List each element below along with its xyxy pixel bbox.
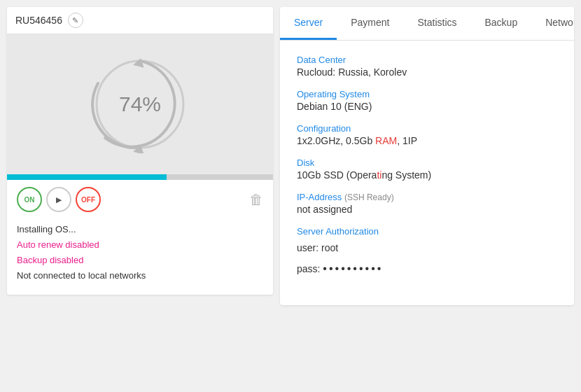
status-backup: Backup disabled (17, 253, 263, 268)
panel-header: RU546456 ✎ (7, 7, 273, 34)
spinner: 74% (91, 55, 189, 153)
ip-label-text: IP-Address (297, 192, 342, 202)
auth-pass-key: pass: (297, 263, 323, 274)
edit-icon[interactable]: ✎ (68, 13, 83, 28)
progress-bar-fill (7, 174, 167, 180)
tab-server[interactable]: Server (280, 7, 337, 40)
config-value: 1x2.0GHz, 0.5Gb RAM, 1IP (297, 135, 557, 146)
config-value-prefix: 1x2.0GHz, 0.5Gb (297, 135, 375, 146)
controls-row: ON ▶ OFF 🗑 (7, 180, 273, 219)
disk-value-prefix: 10Gb SSD (Opera (297, 169, 377, 181)
auth-pass-row: pass: •••••••••• (297, 258, 557, 280)
auth-user-key: user: (297, 242, 321, 253)
control-buttons: ON ▶ OFF (17, 187, 101, 212)
play-button[interactable]: ▶ (46, 187, 71, 212)
auth-pass-val: •••••••••• (323, 262, 383, 274)
disk-label: Disk (297, 158, 557, 168)
disk-value-suffix: ng System) (382, 169, 431, 181)
ip-sublabel: (SSH Ready) (344, 192, 394, 202)
server-id: RU546456 (15, 15, 62, 26)
auth-label: Server Authorization (297, 226, 557, 237)
datacenter-value: Rucloud: Russia, Korolev (297, 66, 557, 78)
percent-display: 74% (119, 92, 161, 116)
tab-backup[interactable]: Backup (471, 7, 532, 40)
ip-label: IP-Address (SSH Ready) (297, 192, 557, 202)
config-value-suffix: , 1IP (397, 135, 417, 146)
circle-area: 74% (7, 34, 273, 174)
disk-value: 10Gb SSD (Operating System) (297, 169, 557, 181)
field-os: Operating System Debian 10 (ENG) (297, 89, 557, 112)
status-network: Not connected to local networks (17, 268, 263, 284)
status-messages: Installing OS... Auto renew disabled Bac… (7, 219, 273, 295)
field-disk: Disk 10Gb SSD (Operating System) (297, 158, 557, 181)
right-panel: Server Payment Statistics Backup Network… (280, 7, 574, 305)
tab-statistics[interactable]: Statistics (403, 7, 470, 40)
tab-payment[interactable]: Payment (337, 7, 403, 40)
status-installing: Installing OS... (17, 222, 263, 237)
field-auth: Server Authorization user: root pass: ••… (297, 226, 557, 280)
tab-content: Data Center Rucloud: Russia, Korolev Ope… (280, 41, 574, 305)
field-datacenter: Data Center Rucloud: Russia, Korolev (297, 55, 557, 78)
tabs-row: Server Payment Statistics Backup Network… (280, 7, 574, 41)
field-ip: IP-Address (SSH Ready) not assigned (297, 192, 557, 215)
datacenter-label: Data Center (297, 55, 557, 65)
ip-value: not assigned (297, 204, 557, 215)
tab-network[interactable]: Network (531, 7, 574, 40)
auth-user-val: root (321, 242, 338, 253)
field-config: Configuration 1x2.0GHz, 0.5Gb RAM, 1IP (297, 123, 557, 146)
trash-icon[interactable]: 🗑 (249, 192, 263, 208)
config-label: Configuration (297, 123, 557, 134)
os-label: Operating System (297, 89, 557, 99)
on-button[interactable]: ON (17, 187, 42, 212)
left-panel: RU546456 ✎ 74% ON ▶ OFF 🗑 (7, 7, 273, 295)
status-autorenew: Auto renew disabled (17, 237, 263, 253)
off-button[interactable]: OFF (76, 187, 101, 212)
progress-bar-container (7, 174, 273, 180)
os-value: Debian 10 (ENG) (297, 101, 557, 112)
config-highlight: RAM (375, 135, 397, 146)
auth-user-row: user: root (297, 238, 557, 258)
